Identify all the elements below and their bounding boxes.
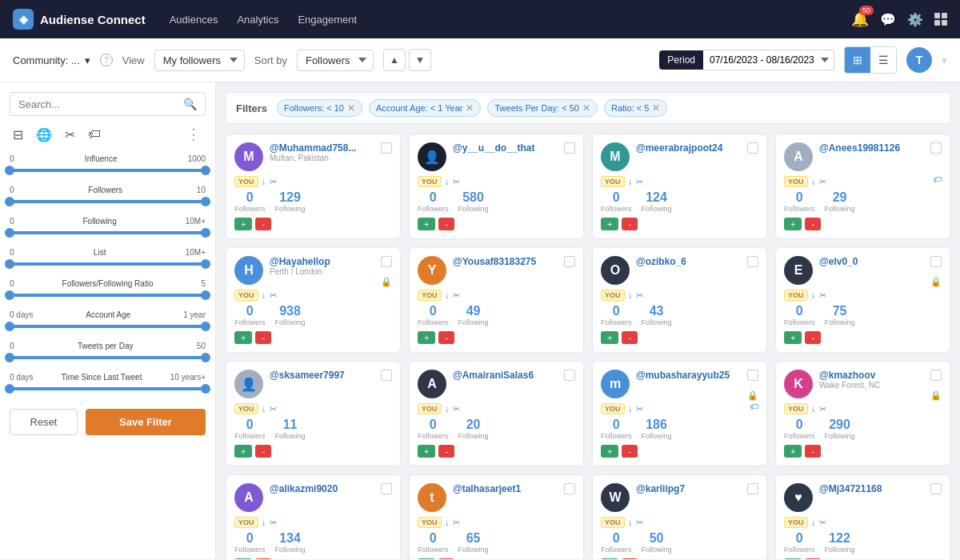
slider-range[interactable] bbox=[10, 257, 206, 271]
remove-filter-button[interactable]: ✕ bbox=[347, 102, 355, 114]
slider-range[interactable] bbox=[10, 163, 206, 178]
slider-range[interactable] bbox=[10, 288, 206, 302]
sortby-select[interactable]: Followers bbox=[297, 50, 374, 71]
username[interactable]: @Muhammad758... bbox=[270, 142, 374, 154]
username[interactable]: @elv0_0 bbox=[819, 256, 924, 267]
card-checkbox[interactable] bbox=[381, 256, 392, 267]
card-checkbox[interactable] bbox=[930, 142, 942, 154]
remove-button[interactable]: - bbox=[622, 558, 638, 559]
add-button[interactable]: + bbox=[784, 331, 802, 344]
sort-asc-button[interactable]: ▲ bbox=[383, 49, 406, 71]
card-checkbox[interactable] bbox=[747, 142, 758, 154]
globe-icon[interactable]: 🌐 bbox=[36, 127, 52, 142]
username[interactable]: @Mj34721168 bbox=[819, 483, 924, 494]
card-checkbox[interactable] bbox=[747, 370, 758, 381]
more-options-icon[interactable]: ⋮ bbox=[186, 126, 202, 143]
username[interactable]: @alikazmi9020 bbox=[270, 483, 374, 494]
community-selector[interactable]: Community: ... ▾ bbox=[13, 54, 90, 66]
add-button[interactable]: + bbox=[784, 558, 802, 559]
add-button[interactable]: + bbox=[784, 445, 802, 458]
username[interactable]: @mubasharayyub25 bbox=[636, 370, 741, 381]
username[interactable]: @AmairaniSalas6 bbox=[453, 370, 558, 381]
help-icon[interactable]: ? bbox=[100, 54, 113, 66]
avatar-dropdown-icon[interactable]: ▾ bbox=[942, 54, 947, 66]
remove-button[interactable]: - bbox=[622, 445, 638, 458]
card-checkbox[interactable] bbox=[930, 483, 942, 494]
add-button[interactable]: + bbox=[234, 331, 252, 344]
scissors-icon[interactable]: ✂ bbox=[65, 127, 75, 142]
username[interactable]: @Yousaf83183275 bbox=[453, 256, 558, 267]
user-avatar[interactable]: T bbox=[906, 47, 932, 73]
username[interactable]: @kmazhoov bbox=[819, 370, 924, 381]
notifications-button[interactable]: 🔔 50 bbox=[851, 10, 869, 28]
sort-desc-button[interactable]: ▼ bbox=[409, 49, 431, 71]
slider-range[interactable] bbox=[10, 226, 206, 240]
card-checkbox[interactable] bbox=[564, 483, 575, 494]
add-button[interactable]: + bbox=[418, 445, 435, 458]
list-view-button[interactable]: ☰ bbox=[870, 47, 896, 73]
sliders-icon[interactable]: ⊟ bbox=[13, 127, 23, 142]
add-button[interactable]: + bbox=[601, 558, 618, 559]
remove-button[interactable]: - bbox=[805, 331, 821, 344]
slider-range[interactable] bbox=[10, 350, 206, 365]
add-button[interactable]: + bbox=[418, 331, 435, 344]
username[interactable]: @Hayahellop bbox=[270, 256, 374, 267]
grid-view-button[interactable]: ⊞ bbox=[845, 47, 870, 73]
remove-button[interactable]: - bbox=[438, 331, 454, 344]
remove-filter-button[interactable]: ✕ bbox=[652, 102, 660, 114]
remove-button[interactable]: - bbox=[622, 218, 638, 230]
username[interactable]: @karliipg7 bbox=[636, 483, 741, 494]
remove-filter-button[interactable]: ✕ bbox=[466, 102, 474, 114]
search-input[interactable] bbox=[18, 98, 178, 110]
remove-button[interactable]: - bbox=[805, 558, 821, 559]
add-button[interactable]: + bbox=[601, 218, 618, 230]
remove-button[interactable]: - bbox=[255, 445, 271, 458]
reset-button[interactable]: Reset bbox=[10, 409, 78, 435]
view-select[interactable]: My followers bbox=[154, 50, 245, 71]
add-button[interactable]: + bbox=[601, 445, 618, 458]
card-checkbox[interactable] bbox=[381, 370, 392, 381]
remove-button[interactable]: - bbox=[438, 558, 454, 559]
remove-button[interactable]: - bbox=[255, 218, 271, 230]
username[interactable]: @Anees19981126 bbox=[819, 142, 924, 154]
settings-icon[interactable]: ⚙️ bbox=[907, 12, 923, 27]
period-select[interactable]: 07/16/2023 - 08/16/2023 bbox=[703, 50, 834, 70]
messages-icon[interactable]: 💬 bbox=[880, 12, 896, 27]
card-checkbox[interactable] bbox=[747, 256, 758, 267]
username[interactable]: @sksameer7997 bbox=[270, 370, 374, 381]
slider-range[interactable] bbox=[10, 319, 206, 334]
add-button[interactable]: + bbox=[784, 218, 802, 230]
remove-button[interactable]: - bbox=[622, 331, 638, 344]
save-filter-button[interactable]: Save Filter bbox=[86, 409, 206, 435]
card-checkbox[interactable] bbox=[747, 483, 758, 494]
add-button[interactable]: + bbox=[418, 558, 435, 559]
slider-range[interactable] bbox=[10, 382, 206, 396]
remove-filter-button[interactable]: ✕ bbox=[582, 102, 590, 114]
username[interactable]: @ozibko_6 bbox=[636, 256, 741, 267]
tag-icon[interactable]: 🏷 bbox=[88, 127, 101, 142]
nav-analytics[interactable]: Analytics bbox=[237, 14, 278, 26]
username[interactable]: @meerabrajpoot24 bbox=[636, 142, 741, 154]
app-logo[interactable]: ◈ Audiense Connect bbox=[13, 9, 146, 30]
add-button[interactable]: + bbox=[234, 218, 252, 230]
card-checkbox[interactable] bbox=[930, 256, 942, 267]
card-checkbox[interactable] bbox=[381, 142, 392, 154]
card-checkbox[interactable] bbox=[930, 370, 942, 381]
remove-button[interactable]: - bbox=[255, 558, 271, 559]
username[interactable]: @y__u__do__that bbox=[453, 142, 558, 154]
remove-button[interactable]: - bbox=[805, 218, 821, 230]
search-box[interactable]: 🔍 bbox=[10, 92, 206, 116]
card-checkbox[interactable] bbox=[564, 370, 575, 381]
slider-range[interactable] bbox=[10, 194, 206, 209]
add-button[interactable]: + bbox=[234, 558, 252, 559]
add-button[interactable]: + bbox=[418, 218, 435, 230]
grid-menu-icon[interactable] bbox=[934, 13, 947, 26]
remove-button[interactable]: - bbox=[438, 218, 454, 230]
card-checkbox[interactable] bbox=[564, 256, 575, 267]
nav-engagement[interactable]: Engagement bbox=[298, 14, 357, 26]
card-checkbox[interactable] bbox=[381, 483, 392, 494]
nav-audiences[interactable]: Audiences bbox=[170, 14, 218, 26]
remove-button[interactable]: - bbox=[255, 331, 271, 344]
add-button[interactable]: + bbox=[601, 331, 618, 344]
username[interactable]: @talhasarjeet1 bbox=[453, 483, 558, 494]
